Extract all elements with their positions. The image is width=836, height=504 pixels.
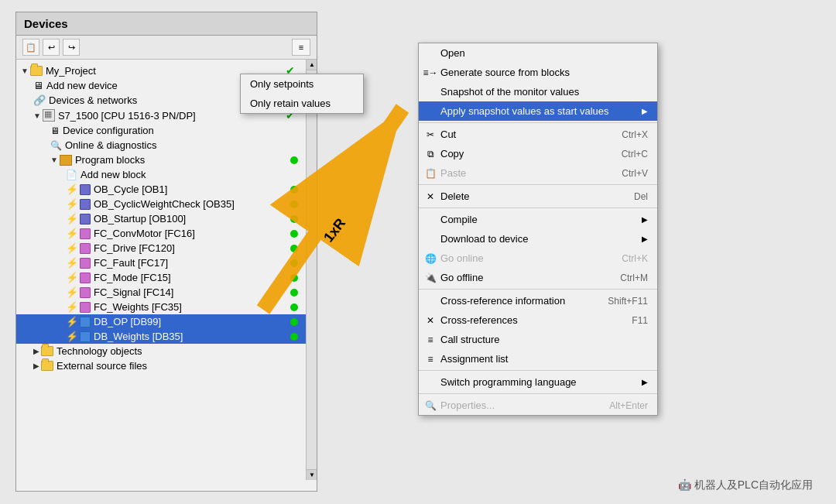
menu-label: Properties... [440, 399, 609, 411]
copy-icon: ⧉ [423, 147, 437, 161]
menu-item-cut[interactable]: ✂ Cut Ctrl+X [419, 125, 657, 144]
menu-item-assignment-list[interactable]: ≡ Assignment list [419, 349, 657, 369]
menu-item-cross-references[interactable]: ✕ Cross-references F11 [419, 310, 657, 330]
menu-shortcut: Alt+Enter [609, 400, 648, 411]
fc-icon [80, 243, 91, 254]
menu-item-switch-programming[interactable]: Switch programming language ▶ [419, 372, 657, 392]
generate-source-icon: ≡→ [423, 66, 437, 80]
menu-separator [419, 122, 657, 123]
panel-header: Devices [16, 12, 317, 36]
ob-icon [80, 214, 91, 225]
item-label: FC_Drive [FC120] [94, 242, 290, 254]
tree-item-fc-drive[interactable]: ⚡ FC_Drive [FC120] [16, 241, 317, 255]
menu-label: Call structure [440, 334, 648, 345]
item-label: DB_Weights [DB35] [94, 331, 290, 342]
menu-shortcut: Shift+F11 [608, 296, 648, 307]
tree-scrollbar[interactable]: ▲ ▼ [306, 60, 317, 480]
item-label: FC_ConvMotor [FC16] [94, 228, 290, 239]
item-label: Program blocks [75, 154, 290, 166]
fc-icon [80, 302, 91, 313]
menu-item-open[interactable]: Open [419, 43, 657, 63]
menu-label: Copy [440, 148, 622, 159]
add-icon: 🖥 [33, 80, 43, 91]
arrow-icon: ▼ [33, 111, 41, 120]
menu-label: Snapshot of the monitor values [440, 86, 648, 98]
menu-item-generate-source[interactable]: ≡→ Generate source from blocks [419, 63, 657, 82]
item-label: External source files [57, 360, 312, 372]
menu-item-go-offline[interactable]: 🔌 Go offline Ctrl+M [419, 268, 657, 287]
toolbar-btn-config[interactable]: ≡ [292, 39, 310, 56]
tree-item-db-weights[interactable]: ⚡ DB_Weights [DB35] [16, 329, 317, 344]
menu-shortcut: F11 [632, 315, 648, 326]
item-label: Add new block [81, 169, 312, 180]
menu-separator [419, 289, 657, 290]
tree-item-online-diag[interactable]: 🔍 Online & diagnostics [16, 138, 317, 153]
item-label: OB_Cycle [OB1] [94, 183, 290, 195]
folder-icon [30, 66, 43, 76]
menu-label: Download to device [440, 233, 642, 245]
tree-item-fc-signal[interactable]: ⚡ FC_Signal [FC14] [16, 285, 317, 300]
toolbar-btn-1[interactable]: 📋 [22, 39, 39, 56]
tree-item-ob-cycle[interactable]: ⚡ OB_Cycle [OB1] [16, 182, 317, 197]
menu-label: Open [440, 47, 648, 59]
tree-item-program-blocks[interactable]: ▼ Program blocks [16, 153, 317, 167]
item-label: FC_Weights [FC35] [94, 301, 290, 313]
menu-item-download-device[interactable]: Download to device ▶ [419, 229, 657, 249]
menu-item-call-structure[interactable]: ≡ Call structure [419, 330, 657, 349]
menu-separator [419, 184, 657, 185]
fc-icon [80, 287, 91, 298]
call-struct-icon: ≡ [423, 333, 437, 347]
tree-item-db-op[interactable]: ⚡ DB_OP [DB99] [16, 314, 317, 329]
menu-label: Compile [440, 214, 642, 225]
status-dot [290, 274, 298, 282]
tree-item-add-block[interactable]: 📄 Add new block [16, 167, 317, 182]
status-dot [290, 215, 298, 223]
menu-item-paste: 📋 Paste Ctrl+V [419, 163, 657, 183]
menu-item-apply-snapshot[interactable]: Apply snapshot values as start values ▶ [419, 101, 657, 121]
item-label: FC_Mode [FC15] [94, 272, 290, 283]
menu-label: Assignment list [440, 353, 648, 365]
arrow-icon: ▼ [21, 67, 29, 75]
fc-icon [80, 273, 91, 283]
toolbar-btn-undo[interactable]: ↩ [43, 39, 60, 56]
status-dot [290, 333, 298, 341]
submenu-item-only-setpoints[interactable]: Only setpoints [241, 74, 363, 94]
tree-item-fc-weights[interactable]: ⚡ FC_Weights [FC35] [16, 300, 317, 314]
network-icon: 🔗 [33, 94, 46, 106]
item-label: Online & diagnostics [65, 139, 312, 151]
menu-item-compile[interactable]: Compile ▶ [419, 210, 657, 229]
submenu-apply-snapshot: Only setpoints Only retain values [240, 74, 364, 114]
scroll-up-arrow[interactable]: ▲ [307, 60, 317, 70]
scroll-down-arrow[interactable]: ▼ [307, 469, 317, 480]
tree-item-ob-cyclicweight[interactable]: ⚡ OB_CyclicWeightCheck [OB35] [16, 197, 317, 211]
assignment-icon: ≡ [423, 352, 437, 366]
add-block-icon: 📄 [66, 170, 77, 180]
submenu-label: Only retain values [250, 98, 331, 109]
tree-item-ob-startup[interactable]: ⚡ OB_Startup [OB100] [16, 211, 317, 226]
menu-item-copy[interactable]: ⧉ Copy Ctrl+C [419, 144, 657, 163]
menu-shortcut: Ctrl+M [620, 273, 648, 283]
tree-item-external-source[interactable]: ▶ External source files [16, 358, 317, 373]
menu-item-snapshot-monitor[interactable]: Snapshot of the monitor values [419, 82, 657, 101]
toolbar-btn-redo[interactable]: ↪ [63, 39, 80, 56]
tree-content: ▼ My_Project ✔ 🖥 Add new device 🔗 Device… [16, 60, 317, 480]
tree-item-fc-fault[interactable]: ⚡ FC_Fault [FC17] [16, 255, 317, 270]
menu-shortcut: Del [634, 191, 648, 202]
submenu-item-only-retain[interactable]: Only retain values [241, 94, 363, 113]
menu-item-delete[interactable]: ✕ Delete Del [419, 187, 657, 206]
status-dot [290, 230, 298, 238]
tree-item-device-config[interactable]: 🖥 Device configuration [16, 123, 317, 138]
menu-item-cross-ref-info[interactable]: Cross-reference information Shift+F11 [419, 291, 657, 310]
db-icon [80, 317, 91, 327]
item-label: FC_Fault [FC17] [94, 257, 290, 269]
menu-item-go-online: 🌐 Go online Ctrl+K [419, 249, 657, 268]
submenu-arrow-icon: ▶ [642, 235, 648, 243]
submenu-label: Only setpoints [250, 78, 314, 90]
tree-area: ▼ My_Project ✔ 🖥 Add new device 🔗 Device… [16, 60, 317, 480]
cpu-icon [43, 109, 55, 122]
status-dot [290, 259, 298, 267]
properties-icon: 🔍 [423, 399, 437, 413]
tree-item-technology-objects[interactable]: ▶ Technology objects [16, 344, 317, 358]
tree-item-fc-convmotor[interactable]: ⚡ FC_ConvMotor [FC16] [16, 226, 317, 241]
tree-item-fc-mode[interactable]: ⚡ FC_Mode [FC15] [16, 270, 317, 285]
